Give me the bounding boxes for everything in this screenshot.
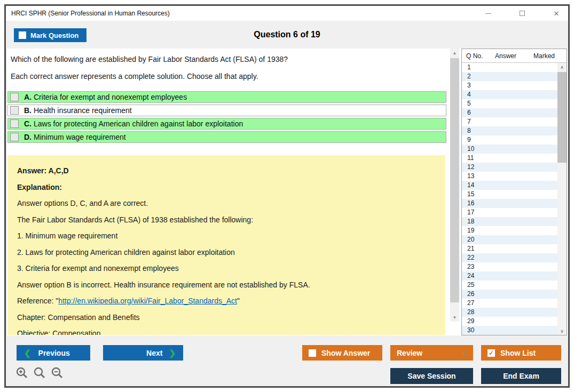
explanation-line: Answer option B is incorrect. Health ins… [17,280,436,290]
mark-question-button[interactable]: Mark Question [14,28,87,42]
save-session-button[interactable]: Save Session [390,368,473,384]
question-list-row[interactable]: 12 [462,163,558,172]
answer-key-line: Answer: A,C,D [17,166,436,175]
window-title: HRCI SPHR (Senior Professional in Human … [11,10,170,17]
objective-line-clipped: Objective: Compensation [17,329,436,335]
question-list-row[interactable]: 27 [462,299,558,308]
answer-option[interactable]: B.Health insurance requirement [7,105,446,116]
question-list-row[interactable]: 24 [462,271,558,281]
end-exam-button[interactable]: End Exam [481,368,561,384]
explanation-panel: Answer: A,C,D Explanation: Answer option… [7,155,445,335]
sidebar-scroll-up-icon[interactable]: ∧ [557,63,567,71]
question-list-row[interactable]: 28 [462,308,558,317]
question-list-row[interactable]: 2 [462,72,558,81]
mark-question-label: Mark Question [30,31,78,39]
question-list-row[interactable]: 17 [462,208,558,217]
answer-option[interactable]: D.Minimum wage requirement [7,131,446,143]
main-scrollbar-thumb[interactable] [450,58,459,302]
option-checkbox[interactable] [10,93,19,101]
option-checkbox[interactable] [10,133,19,141]
explanation-heading: Explanation: [17,182,436,192]
review-button[interactable]: Review ▲ [390,345,473,361]
question-text: Which of the following are established b… [11,55,288,63]
question-list-row[interactable]: 18 [462,217,558,226]
question-list-row[interactable]: 3 [462,81,558,90]
question-list-rows: 1234567891011121314151617181920212223242… [462,63,558,336]
question-list-row[interactable]: 19 [462,226,558,235]
question-list-row[interactable]: 5 [462,99,558,108]
question-list-row[interactable]: 25 [462,281,558,290]
reference-suffix: " [237,297,240,305]
reference-prefix: Reference: " [17,297,58,305]
mark-question-checkbox[interactable] [19,31,26,39]
next-label: Next [146,349,162,357]
options-list: A.Criteria for exempt and nonexempt empl… [7,91,446,145]
zoom-in-icon[interactable] [15,366,28,379]
sidebar-scroll-down-icon[interactable]: ∨ [557,327,567,335]
question-list-row[interactable]: 15 [462,190,558,199]
show-answer-checkbox[interactable] [309,349,316,357]
question-list-row[interactable]: 21 [462,244,558,253]
zoom-reset-icon[interactable] [33,366,46,379]
show-answer-button[interactable]: Show Answer [302,345,382,361]
question-panel: Which of the following are established b… [6,49,450,335]
zoom-out-icon[interactable] [51,366,64,379]
column-answer: Answer [495,52,516,60]
question-list-row[interactable]: 30 [462,326,558,335]
answer-option[interactable]: C.Laws for protecting American children … [7,118,446,130]
column-qno: Q No. [466,52,483,60]
question-list-row[interactable]: 9 [462,135,558,145]
question-list-row[interactable]: 13 [462,172,558,181]
previous-label: Previous [38,349,70,357]
maximize-icon[interactable] [518,9,526,18]
question-list-row[interactable]: 8 [462,126,558,135]
question-list-row[interactable]: 1 [462,63,558,72]
chevron-right-icon: ❯ [169,348,176,358]
option-checkbox[interactable] [10,106,19,115]
end-exam-label: End Exam [503,372,539,380]
column-marked: Marked [533,52,555,60]
explanation-line: 1. Minimum wage requirement [17,231,436,241]
chevron-left-icon: ❮ [24,348,31,358]
show-list-checkbox[interactable]: ✓ [487,349,495,357]
question-counter: Question 6 of 19 [6,21,568,49]
scroll-down-icon[interactable]: ▼ [450,313,459,322]
explanation-line: The Fair Labor Standards Act (FLSA) of 1… [17,215,436,225]
explanation-line: 3. Criteria for exempt and nonexempt emp… [17,263,436,273]
show-list-label: Show List [500,349,536,357]
zoom-toolbar [15,366,64,379]
question-list-row[interactable]: 6 [462,108,558,117]
footer-bar: ❮ Previous Next ❯ Show Answer Review ▲ ✓… [6,335,568,386]
question-list-row[interactable]: 23 [462,262,558,271]
previous-button[interactable]: ❮ Previous [17,345,90,361]
option-text: A.Criteria for exempt and nonexempt empl… [24,93,187,101]
show-list-button[interactable]: ✓ Show List [481,345,561,361]
question-list-row[interactable]: 26 [462,290,558,299]
answer-option[interactable]: A.Criteria for exempt and nonexempt empl… [7,91,446,103]
content-area: Which of the following are established b… [6,49,568,335]
question-instruction: Each correct answer represents a complet… [11,72,258,81]
question-list-row[interactable]: 11 [462,154,558,163]
show-answer-label: Show Answer [321,349,370,357]
minimize-icon[interactable] [484,9,492,18]
question-list-row[interactable]: 20 [462,235,558,244]
reference-link[interactable]: http://en.wikipedia.org/wiki/Fair_Labor_… [58,297,237,305]
question-list-row[interactable]: 22 [462,253,558,262]
option-text: B.Health insurance requirement [24,106,132,115]
question-list-row[interactable]: 10 [462,145,558,154]
question-list-row[interactable]: 16 [462,199,558,208]
explanation-line: 2. Laws for protecting American children… [17,247,436,257]
question-list-row[interactable]: 14 [462,181,558,190]
scroll-up-icon[interactable]: ▲ [450,49,459,57]
sidebar-scrollbar[interactable]: ∧ ∨ [557,63,567,335]
question-list-row[interactable]: 4 [462,90,558,99]
question-list-row[interactable]: 7 [462,117,558,126]
sidebar-scrollbar-thumb[interactable] [557,72,567,163]
next-button[interactable]: Next ❯ [103,345,183,361]
option-checkbox[interactable] [10,119,19,128]
reference-line: Reference: "http://en.wikipedia.org/wiki… [17,296,436,306]
close-icon[interactable]: ✕ [552,9,561,18]
question-list-row[interactable]: 29 [462,317,558,326]
main-scrollbar[interactable]: ▲ ▼ [450,49,459,322]
triangle-up-icon: ▲ [462,350,467,356]
